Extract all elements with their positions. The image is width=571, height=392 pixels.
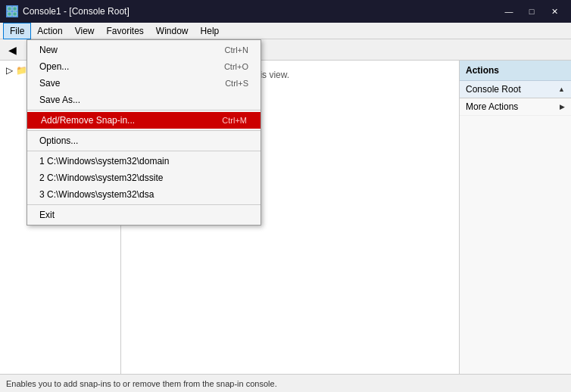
menu-save[interactable]: Save Ctrl+S — [27, 75, 261, 92]
menu-save-as-label: Save As... — [39, 95, 80, 105]
menu-save-as[interactable]: Save As... — [27, 92, 261, 108]
actions-section-title: Console Root — [466, 84, 521, 95]
menu-recent-3-label: 3 C:\Windows\system32\dsa — [39, 189, 154, 200]
menu-item-action[interactable]: Action — [31, 23, 68, 39]
actions-header: Actions — [460, 61, 571, 81]
actions-item-submenu-icon: ▶ — [560, 103, 565, 110]
status-bar: Enables you to add snap-ins to or remove… — [0, 374, 571, 392]
menu-add-remove[interactable]: Add/Remove Snap-in... Ctrl+M — [27, 112, 261, 129]
menu-open[interactable]: Open... Ctrl+O — [27, 58, 261, 75]
menu-options[interactable]: Options... — [27, 132, 261, 149]
menu-item-favorites[interactable]: Favorites — [101, 23, 150, 39]
close-button[interactable]: ✕ — [544, 4, 565, 19]
menu-item-file[interactable]: File — [3, 23, 31, 39]
actions-section-chevron: ▲ — [558, 86, 565, 93]
menu-item-window[interactable]: Window — [150, 23, 195, 39]
back-button[interactable]: ◀ — [3, 42, 21, 58]
menu-separator-4 — [27, 204, 261, 205]
menu-separator-1 — [27, 110, 261, 110]
menu-new[interactable]: New Ctrl+N — [27, 42, 261, 58]
menu-save-label: Save — [39, 78, 60, 89]
menu-recent-2[interactable]: 2 C:\Windows\system32\dssite — [27, 170, 261, 186]
menu-recent-1[interactable]: 1 C:\Windows\system32\domain — [27, 153, 261, 170]
minimize-button[interactable]: — — [498, 4, 520, 19]
menu-recent-1-label: 1 C:\Windows\system32\domain — [39, 156, 169, 166]
actions-item-label: More Actions — [466, 101, 518, 112]
menu-separator-3 — [27, 151, 261, 151]
file-menu-dropdown: New Ctrl+N Open... Ctrl+O Save Ctrl+S Sa… — [27, 39, 261, 226]
tree-folder-icon: 📁 — [16, 65, 27, 76]
title-text: Console1 - [Console Root] — [23, 6, 129, 17]
maximize-button[interactable]: □ — [521, 4, 542, 19]
menu-bar: File Action View Favorites Window Help — [0, 23, 571, 39]
tree-expand-icon: ▷ — [6, 65, 13, 76]
status-message: Enables you to add snap-ins to or remove… — [6, 379, 277, 388]
menu-new-label: New — [39, 45, 58, 55]
menu-open-shortcut: Ctrl+O — [224, 62, 248, 71]
svg-rect-1 — [13, 7, 17, 11]
title-bar: Console1 - [Console Root] — □ ✕ — [0, 0, 571, 23]
menu-options-label: Options... — [39, 135, 78, 146]
menu-recent-2-label: 2 C:\Windows\system32\dssite — [39, 173, 163, 183]
menu-recent-3[interactable]: 3 C:\Windows\system32\dsa — [27, 186, 261, 203]
menu-open-label: Open... — [39, 61, 69, 72]
menu-add-remove-shortcut: Ctrl+M — [222, 116, 247, 125]
actions-panel: Actions Console Root ▲ More Actions ▶ — [459, 61, 571, 374]
menu-item-view[interactable]: View — [69, 23, 101, 39]
menu-exit-label: Exit — [39, 210, 55, 220]
actions-section: Console Root ▲ More Actions ▶ — [460, 81, 571, 116]
menu-new-shortcut: Ctrl+N — [225, 45, 248, 54]
menu-item-help[interactable]: Help — [195, 23, 226, 39]
title-bar-controls: — □ ✕ — [498, 4, 565, 19]
menu-separator-2 — [27, 130, 261, 131]
svg-rect-2 — [8, 12, 11, 16]
menu-add-remove-label: Add/Remove Snap-in... — [41, 115, 135, 126]
app-icon — [6, 5, 18, 17]
svg-rect-3 — [13, 12, 17, 16]
actions-item-more-actions[interactable]: More Actions ▶ — [460, 98, 571, 116]
svg-rect-0 — [8, 7, 11, 11]
menu-exit[interactable]: Exit — [27, 207, 261, 223]
menu-save-shortcut: Ctrl+S — [225, 79, 248, 88]
actions-section-header-console-root[interactable]: Console Root ▲ — [460, 81, 571, 98]
